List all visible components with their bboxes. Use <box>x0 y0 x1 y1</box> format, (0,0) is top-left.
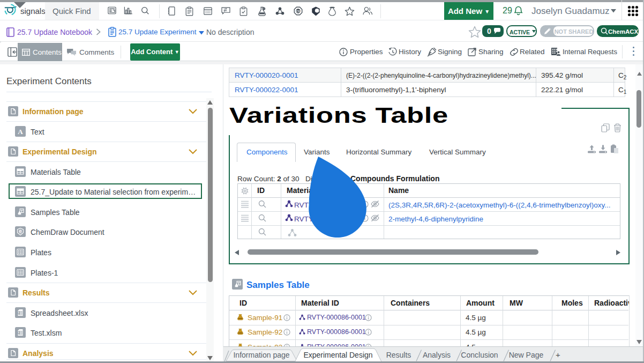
svg-text:Experimental Design: Experimental Design <box>303 351 372 359</box>
svg-text:New Page: New Page <box>509 351 544 359</box>
svg-text:CD: CD <box>296 10 301 13</box>
svg-text:+: + <box>556 350 560 359</box>
svg-text:Conclusion: Conclusion <box>461 351 498 359</box>
svg-text:Information page: Information page <box>233 351 289 359</box>
svg-text:A: A <box>18 128 23 136</box>
svg-text:Results: Results <box>386 351 411 359</box>
svg-text:Analysis: Analysis <box>423 351 451 359</box>
svg-text:X: X <box>18 312 19 314</box>
svg-text:CD: CD <box>19 231 23 233</box>
svg-text:X: X <box>18 331 19 334</box>
